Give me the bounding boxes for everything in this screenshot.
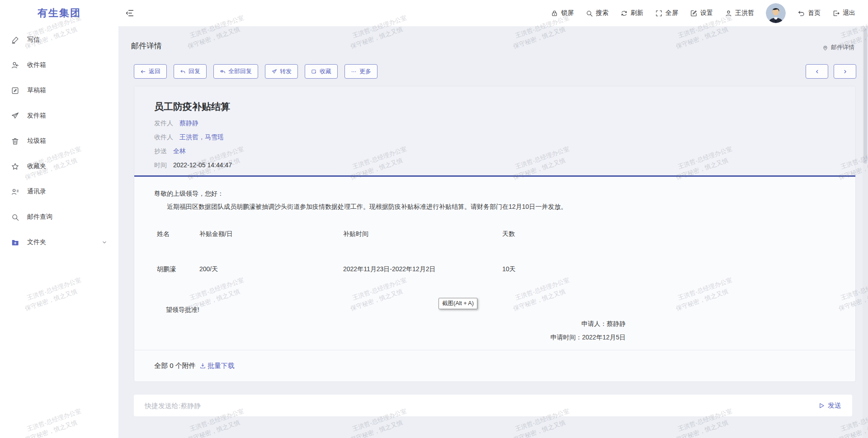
sidebar-item-drafts[interactable]: 草稿箱 xyxy=(0,78,118,103)
ellipsis-icon xyxy=(351,69,357,75)
star-icon xyxy=(11,162,19,171)
forward-icon xyxy=(271,69,277,75)
fullscreen-button[interactable]: 全屏 xyxy=(655,9,678,17)
sidebar-item-compose[interactable]: 写信 xyxy=(0,27,118,52)
search-icon xyxy=(11,213,19,221)
brand-logo: 有生集团 xyxy=(0,0,118,26)
scrollbar[interactable] xyxy=(863,26,868,438)
more-button[interactable]: 更多 xyxy=(344,64,377,79)
reply-all-button[interactable]: 全部回复 xyxy=(213,64,258,79)
edit-square-icon xyxy=(690,9,698,17)
favorite-button[interactable]: 收藏 xyxy=(305,64,338,79)
mail-nav xyxy=(806,64,856,79)
user-menu[interactable]: 王洪哲 xyxy=(725,9,754,17)
scrollbar-thumb[interactable] xyxy=(863,28,867,164)
topbar: 有生集团 锁屏 搜索 刷新 xyxy=(0,0,868,26)
table-header-row: 姓名 补贴金额/日 补贴时间 天数 xyxy=(157,229,835,238)
search-button[interactable]: 搜索 xyxy=(585,9,609,17)
sidebar-item-mail-search[interactable]: 邮件查询 xyxy=(0,204,118,230)
mail-closing: 望领导批准! xyxy=(166,305,835,314)
mail-body: 尊敬的上级领导，您好： 近期福田区数据团队成员胡鹏濠被抽调沙头街道参加疫情数据处… xyxy=(134,177,855,344)
sidebar-item-favorites[interactable]: 收藏夹 xyxy=(0,154,118,179)
fullscreen-icon xyxy=(655,9,663,17)
topbar-actions: 锁屏 搜索 刷新 全屏 xyxy=(551,0,855,26)
attachments-bar: 全部 0 个附件 批量下载 xyxy=(134,350,855,381)
paper-plane-icon xyxy=(11,112,19,120)
reply-button[interactable]: 回复 xyxy=(174,64,207,79)
reply-icon xyxy=(180,69,186,75)
send-triangle-icon xyxy=(818,402,825,409)
recipients-link[interactable]: 王洪哲，马雪瑶 xyxy=(179,130,224,144)
quick-send-input[interactable] xyxy=(145,402,818,410)
mail-detail-card: 员工防疫补贴结算 发件人 蔡静静 收件人 王洪哲，马雪瑶 抄送 全林 时间 20… xyxy=(134,86,856,382)
home-button[interactable]: 首页 xyxy=(797,9,821,17)
logout-button[interactable]: 退出 xyxy=(832,9,855,17)
refresh-button[interactable]: 刷新 xyxy=(620,9,643,17)
reply-all-icon xyxy=(220,69,226,75)
mail-header: 员工防疫补贴结算 发件人 蔡静静 收件人 王洪哲，马雪瑶 抄送 全林 时间 20… xyxy=(134,86,855,177)
batch-download-link[interactable]: 批量下载 xyxy=(199,362,235,370)
settings-button[interactable]: 设置 xyxy=(690,9,713,17)
sidebar-item-trash[interactable]: 垃圾箱 xyxy=(0,128,118,154)
send-button[interactable]: 发送 xyxy=(818,401,841,410)
mail-to-row: 收件人 王洪哲，马雪瑶 xyxy=(154,130,835,144)
table-row: 胡鹏濠 200/天 2022年11月23日-2022年12月2日 10天 xyxy=(157,264,835,273)
download-icon xyxy=(199,363,206,369)
cc-link[interactable]: 全林 xyxy=(173,144,186,158)
mail-toolbar: 返回 回复 全部回复 转发 收藏 xyxy=(134,64,377,79)
applicant-line: 申请人：蔡静静 xyxy=(154,317,626,330)
lock-screen-button[interactable]: 锁屏 xyxy=(551,9,574,17)
mail-paragraph: 近期福田区数据团队成员胡鹏濠被抽调沙头街道参加疫情数据处理工作。现根据防疫补贴标… xyxy=(154,202,835,211)
person-icon xyxy=(725,9,732,17)
mail-time-row: 时间 2022-12-05 14:44:47 xyxy=(154,158,835,172)
apply-date-line: 申请时间：2022年12月5日 xyxy=(154,330,626,344)
sender-link[interactable]: 蔡静静 xyxy=(179,116,198,130)
mail-app: 有生集团 锁屏 搜索 刷新 xyxy=(0,0,868,438)
menu-fold-icon[interactable] xyxy=(125,8,135,18)
collect-star-icon xyxy=(311,69,317,75)
page-title: 邮件详情 xyxy=(131,41,162,51)
mail-subject: 员工防疫补贴结算 xyxy=(154,100,835,113)
sidebar-item-sent[interactable]: 发件箱 xyxy=(0,103,118,128)
mail-greeting: 尊敬的上级领导，您好： xyxy=(154,189,835,198)
mail-cc-row: 抄送 全林 xyxy=(154,144,835,158)
inbox-person-icon xyxy=(11,61,19,70)
refresh-icon xyxy=(620,9,628,17)
logout-icon xyxy=(832,9,840,17)
map-pin-icon xyxy=(822,44,829,51)
subsidy-table: 姓名 补贴金额/日 补贴时间 天数 胡鹏濠 200/天 2022年11月23日-… xyxy=(157,229,835,273)
mail-from-row: 发件人 蔡静静 xyxy=(154,116,835,130)
trash-icon xyxy=(11,137,19,146)
search-icon xyxy=(585,9,593,17)
chevron-right-icon xyxy=(842,69,848,75)
draft-icon xyxy=(11,86,19,95)
screenshot-tooltip: 截图(Alt + A) xyxy=(439,298,477,309)
folder-plus-icon xyxy=(11,238,19,247)
lock-icon xyxy=(551,9,558,17)
back-button[interactable]: 返回 xyxy=(134,64,167,79)
attachments-summary: 全部 0 个附件 xyxy=(154,362,196,370)
quick-send-bar: 发送 xyxy=(134,395,852,416)
contacts-icon xyxy=(11,188,19,196)
chevron-left-icon xyxy=(814,69,820,75)
sidebar-item-folders[interactable]: 文件夹 xyxy=(0,230,118,255)
breadcrumb: 邮件详情 xyxy=(822,43,854,52)
sidebar-item-inbox[interactable]: 收件箱 xyxy=(0,52,118,78)
forward-button[interactable]: 转发 xyxy=(265,64,298,79)
undo-icon xyxy=(797,9,805,17)
prev-mail-button[interactable] xyxy=(806,64,828,79)
next-mail-button[interactable] xyxy=(834,64,856,79)
avatar[interactable] xyxy=(766,3,786,23)
signature-block: 申请人：蔡静静 申请时间：2022年12月5日 xyxy=(154,317,626,344)
sidebar: 写信 收件箱 草稿箱 发件箱 垃圾箱 xyxy=(0,26,118,438)
sidebar-item-contacts[interactable]: 通讯录 xyxy=(0,179,118,204)
pencil-icon xyxy=(11,36,19,44)
arrow-left-icon xyxy=(140,69,146,75)
mail-time: 2022-12-05 14:44:47 xyxy=(173,158,232,172)
chevron-down-icon xyxy=(101,239,108,245)
